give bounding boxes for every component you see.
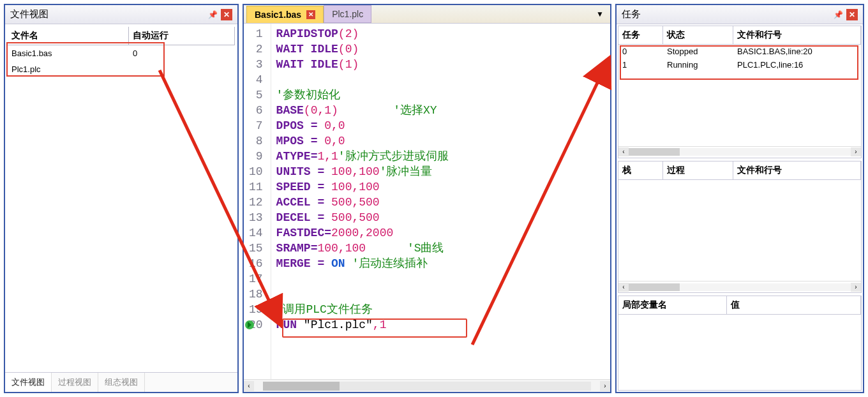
- file-view-title-bar: 文件视图 📌 ✕: [5, 5, 237, 24]
- task-state: Running: [663, 58, 733, 71]
- file-name-cell: Basic1.bas: [8, 47, 129, 60]
- tab-file-view[interactable]: 文件视图: [5, 373, 52, 392]
- scroll-right-icon[interactable]: ›: [851, 283, 861, 292]
- code-editor-panel: Basic1.bas ✕ Plc1.plc ▼ 1234567891011121…: [243, 4, 611, 393]
- col-state[interactable]: 状态: [663, 26, 733, 44]
- tab-basic1[interactable]: Basic1.bas ✕: [246, 6, 324, 23]
- run-marker-icon: [245, 320, 254, 329]
- col-value[interactable]: 值: [727, 296, 861, 314]
- task-row[interactable]: 1 Running PLC1.PLC,line:16: [618, 58, 861, 71]
- stack-header: 栈 过程 文件和行号: [618, 161, 861, 180]
- file-table-body: Basic1.bas 0 Plc1.plc: [8, 45, 235, 77]
- col-proc[interactable]: 过程: [663, 161, 733, 179]
- scrollbar-thumb[interactable]: [263, 382, 340, 391]
- col-autorun[interactable]: 自动运行: [129, 27, 235, 45]
- task-header: 任务 状态 文件和行号: [618, 26, 861, 45]
- close-icon[interactable]: ✕: [306, 10, 315, 19]
- pin-icon[interactable]: 📌: [207, 9, 218, 20]
- scroll-left-icon[interactable]: ‹: [618, 147, 629, 156]
- stack-hscroll[interactable]: ‹ ›: [618, 281, 861, 292]
- file-row[interactable]: Plc1.plc: [8, 61, 235, 77]
- col-varname[interactable]: 局部变量名: [618, 296, 727, 314]
- task-hscroll[interactable]: ‹ ›: [618, 146, 861, 158]
- locals-body: [618, 315, 861, 390]
- task-loc: PLC1.PLC,line:16: [733, 58, 861, 71]
- task-row[interactable]: 0 Stopped BASIC1.BAS,line:20: [618, 45, 861, 58]
- col-fileline[interactable]: 文件和行号: [733, 26, 861, 44]
- task-body: 0 Stopped BASIC1.BAS,line:20 1 Running P…: [618, 45, 861, 146]
- locals-header: 局部变量名 值: [618, 296, 861, 315]
- file-auto-cell: [129, 63, 235, 76]
- stack-section: 栈 过程 文件和行号 ‹ ›: [618, 161, 862, 294]
- file-name-cell: Plc1.plc: [8, 63, 129, 76]
- col-task[interactable]: 任务: [618, 26, 663, 44]
- file-view-title: 文件视图: [10, 8, 49, 20]
- task-id: 1: [618, 58, 663, 71]
- task-list-section: 任务 状态 文件和行号 0 Stopped BASIC1.BAS,line:20…: [618, 26, 862, 158]
- scrollbar-track[interactable]: [263, 382, 591, 391]
- tab-label: Plc1.plc: [332, 9, 363, 19]
- file-auto-cell: 0: [129, 47, 235, 60]
- task-state: Stopped: [663, 45, 733, 58]
- pin-icon[interactable]: 📌: [832, 9, 844, 20]
- file-view-panel: 文件视图 📌 ✕ 文件名 自动运行 Basic1.bas 0 Plc1.plc: [4, 4, 239, 393]
- task-id: 0: [618, 45, 663, 58]
- col-filename[interactable]: 文件名: [8, 27, 129, 45]
- run-line-highlight: [282, 318, 467, 338]
- task-loc: BASIC1.BAS,line:20: [733, 45, 861, 58]
- close-icon[interactable]: ✕: [846, 9, 858, 20]
- tab-process-view[interactable]: 过程视图: [52, 373, 98, 392]
- stack-body: [618, 180, 861, 281]
- editor-hscroll[interactable]: ‹ ›: [244, 379, 610, 392]
- scroll-right-icon[interactable]: ›: [600, 381, 610, 391]
- scroll-right-icon[interactable]: ›: [851, 147, 861, 156]
- editor-tab-bar: Basic1.bas ✕ Plc1.plc ▼: [244, 5, 610, 24]
- scroll-left-icon[interactable]: ‹: [618, 283, 629, 292]
- tab-dropdown-icon[interactable]: ▼: [592, 10, 608, 19]
- task-panel: 任务 📌 ✕ 任务 状态 文件和行号 0 Stopped BASIC1.BAS,…: [615, 4, 864, 393]
- task-title-bar: 任务 📌 ✕: [617, 5, 863, 24]
- scroll-left-icon[interactable]: ‹: [244, 381, 254, 391]
- file-row[interactable]: Basic1.bas 0: [8, 45, 235, 61]
- col-stack[interactable]: 栈: [618, 161, 663, 179]
- close-icon[interactable]: ✕: [221, 9, 232, 20]
- task-title: 任务: [622, 8, 641, 20]
- col-fileline[interactable]: 文件和行号: [733, 161, 861, 179]
- file-view-bottom-tabs: 文件视图 过程视图 组态视图: [5, 372, 237, 392]
- tab-label: Basic1.bas: [255, 10, 301, 20]
- line-gutter: 1234567891011121314151617181920: [244, 24, 271, 379]
- tab-config-view[interactable]: 组态视图: [98, 373, 145, 392]
- tab-plc1[interactable]: Plc1.plc: [324, 5, 371, 23]
- code-area[interactable]: 1234567891011121314151617181920 RAPIDSTO…: [244, 24, 610, 379]
- locals-section: 局部变量名 值: [618, 296, 862, 391]
- file-table-header: 文件名 自动运行: [8, 27, 235, 45]
